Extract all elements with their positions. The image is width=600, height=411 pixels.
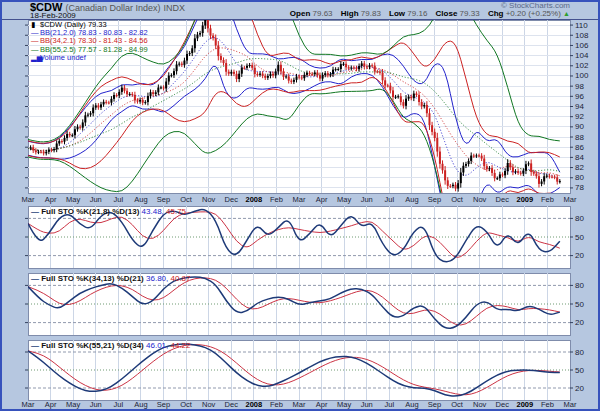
svg-text:Sep: Sep	[157, 195, 170, 204]
svg-text:Jul: Jul	[114, 400, 124, 409]
open-label: Open	[290, 9, 310, 18]
sto1-label: — Full STO %K(21,8) %D(13) 43.48, 45.75	[31, 207, 186, 216]
legend-label: Volume undef	[40, 53, 86, 62]
svg-text:May: May	[66, 400, 80, 409]
svg-text:Oct: Oct	[451, 195, 464, 204]
svg-text:Oct: Oct	[180, 195, 193, 204]
change-up-arrow-icon: ▲	[563, 10, 570, 17]
sto2-title: Full STO %K(34,13) %D(21)	[41, 274, 144, 283]
sto2-label: — Full STO %K(34,13) %D(21) 36.80, 40.87	[31, 274, 191, 283]
svg-text:100: 100	[575, 71, 589, 80]
svg-text:Dec: Dec	[225, 195, 239, 204]
instrument-name: (Canadian Dollar Index)	[65, 3, 160, 13]
svg-text:Apr: Apr	[316, 400, 328, 409]
svg-text:Jun: Jun	[90, 400, 102, 409]
svg-text:Sep: Sep	[428, 195, 441, 204]
chg-label: Chg	[488, 9, 504, 18]
svg-text:2008: 2008	[245, 195, 262, 204]
quote-strip: Open 79.63 High 79.83 Low 79.16 Close 79…	[284, 9, 570, 18]
svg-text:82: 82	[575, 163, 584, 172]
svg-text:80: 80	[575, 281, 584, 290]
svg-text:84: 84	[575, 153, 584, 162]
svg-text:Apr: Apr	[316, 195, 328, 204]
svg-text:Mar: Mar	[22, 195, 35, 204]
low-value: 79.16	[407, 9, 427, 18]
svg-text:86: 86	[575, 143, 584, 152]
svg-text:Mar: Mar	[564, 195, 577, 204]
svg-text:Dec: Dec	[496, 400, 510, 409]
line-swatch-icon: —	[31, 274, 39, 283]
svg-text:2009: 2009	[516, 400, 533, 409]
open-value: 79.63	[313, 9, 333, 18]
svg-text:104: 104	[575, 51, 589, 60]
svg-text:Aug: Aug	[405, 195, 418, 204]
svg-text:Jul: Jul	[385, 195, 395, 204]
svg-text:50: 50	[575, 300, 584, 309]
svg-text:20: 20	[575, 384, 584, 393]
svg-text:80: 80	[575, 214, 584, 223]
svg-text:Jun: Jun	[361, 400, 373, 409]
sto3-label: — Full STO %K(55,21) %D(34) 46.01, 44.22	[31, 341, 191, 350]
svg-text:Dec: Dec	[225, 400, 239, 409]
sto3-k-value: 46.01,	[146, 341, 168, 350]
sto2-k-value: 36.80,	[146, 274, 168, 283]
svg-text:20: 20	[575, 318, 584, 327]
svg-text:Nov: Nov	[473, 400, 487, 409]
svg-text:May: May	[66, 195, 80, 204]
svg-text:102: 102	[575, 61, 589, 70]
svg-text:Aug: Aug	[405, 400, 418, 409]
price-legend: ▮$CDW (Daily) 79.33 —BB(21,2.0) 78.83 - …	[31, 21, 148, 62]
svg-text:Dec: Dec	[496, 195, 510, 204]
sto3-title: Full STO %K(55,21) %D(34)	[41, 341, 144, 350]
svg-text:Apr: Apr	[45, 400, 57, 409]
sto3-d-value: 44.22	[171, 341, 191, 350]
svg-text:Nov: Nov	[202, 400, 216, 409]
svg-text:Mar: Mar	[564, 400, 577, 409]
svg-text:Jun: Jun	[90, 195, 102, 204]
line-swatch-icon: —	[31, 341, 39, 350]
sto1-title: Full STO %K(21,8) %D(13)	[41, 207, 139, 216]
svg-text:110: 110	[575, 21, 588, 30]
svg-text:106: 106	[575, 41, 589, 50]
sto1-k-value: 43.48,	[142, 207, 164, 216]
close-value: 79.33	[460, 9, 480, 18]
svg-text:94: 94	[575, 102, 584, 111]
svg-text:Jul: Jul	[114, 195, 124, 204]
svg-text:Mar: Mar	[22, 400, 35, 409]
svg-text:80: 80	[575, 348, 584, 357]
svg-text:50: 50	[575, 233, 584, 242]
svg-text:Oct: Oct	[451, 400, 464, 409]
chart-date: 18-Feb-2009	[30, 11, 76, 20]
svg-text:Aug: Aug	[134, 195, 147, 204]
svg-text:98: 98	[575, 82, 584, 91]
svg-text:Sep: Sep	[428, 400, 441, 409]
svg-text:80: 80	[575, 173, 584, 182]
svg-text:Apr: Apr	[45, 195, 57, 204]
sto1-d-value: 45.75	[166, 207, 186, 216]
svg-text:Mar: Mar	[293, 195, 306, 204]
svg-text:Nov: Nov	[202, 195, 216, 204]
svg-text:96: 96	[575, 92, 584, 101]
high-value: 79.83	[361, 9, 381, 18]
volume-bars-icon: ▂▅	[31, 54, 40, 62]
close-label: Close	[436, 9, 458, 18]
svg-text:Feb: Feb	[541, 195, 554, 204]
svg-text:May: May	[337, 400, 351, 409]
svg-text:Jun: Jun	[361, 195, 373, 204]
svg-text:May: May	[337, 195, 351, 204]
svg-text:88: 88	[575, 133, 584, 142]
svg-text:Feb: Feb	[541, 400, 554, 409]
svg-text:Feb: Feb	[270, 400, 283, 409]
chg-value: +0.20 (+0.25%)	[506, 9, 561, 18]
legend-item-volume: ▂▅Volume undef	[31, 54, 148, 62]
svg-text:2008: 2008	[245, 400, 262, 409]
line-swatch-icon: —	[31, 207, 39, 216]
svg-text:Oct: Oct	[180, 400, 193, 409]
svg-text:20: 20	[575, 251, 584, 260]
stockcharts-chart: MarAprMayJunJulAugSepOctNovDec2008FebMar…	[0, 0, 600, 411]
high-label: High	[341, 9, 359, 18]
svg-text:92: 92	[575, 112, 584, 121]
svg-text:Aug: Aug	[134, 400, 147, 409]
low-label: Low	[389, 9, 405, 18]
svg-text:Feb: Feb	[270, 195, 283, 204]
